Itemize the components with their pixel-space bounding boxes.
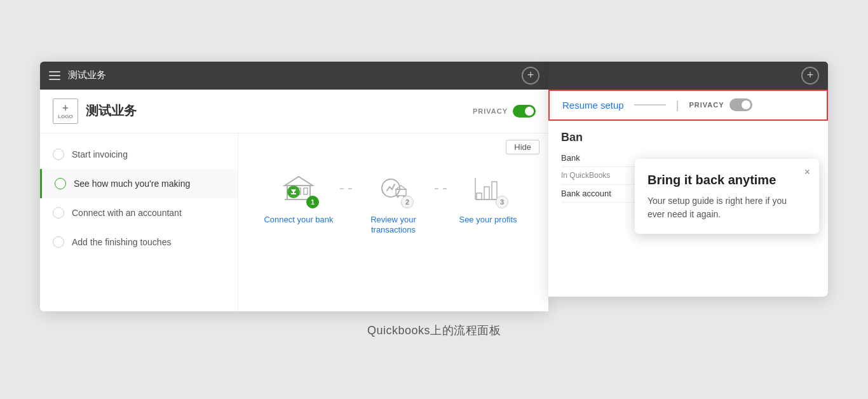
bank-label: Bank [561,153,580,163]
resume-setup-button[interactable]: Resume setup [562,100,624,111]
svg-rect-16 [484,187,489,200]
step-3-label: See your profits [459,215,517,226]
step-2-label: Review your transactions [352,215,435,236]
step-connector-1 [340,188,352,189]
tooltip-title: Bring it back anytime [648,172,806,188]
hide-button[interactable]: Hide [506,140,539,154]
main-content: Hide [238,133,548,311]
bank-account-label: Bank account [561,189,611,198]
privacy-right-label: PRIVACY [689,101,724,109]
privacy-label: PRIVACY [473,107,508,115]
page-caption: Quickbooks上的流程面板 [367,323,501,338]
step-1[interactable]: 1 Connect your bank [257,168,340,226]
topbar-left: 测试业务 [49,69,106,81]
bank-section-title: Ban [561,131,815,144]
svg-marker-12 [396,186,406,189]
sidebar-item-see-making[interactable]: See how much you're making [40,169,238,198]
privacy-right-control: PRIVACY [689,98,752,111]
svg-rect-3 [304,188,308,194]
step-2-badge: 2 [401,196,414,208]
panel-body: Start invoicing See how much you're maki… [40,133,548,311]
sidebar: Start invoicing See how much you're maki… [40,133,238,311]
privacy-control: PRIVACY [473,105,536,118]
panel-header: + LOGO 测试业务 PRIVACY [40,90,548,133]
step-connector-2 [435,188,447,189]
tooltip-close-button[interactable]: × [804,166,810,178]
topbar-title: 测试业务 [68,69,106,81]
tooltip-popup: × Bring it back anytime Your setup guide… [635,159,819,234]
sidebar-circle-icon [55,178,66,189]
right-content: Ban Bank In QuickBooks $0 Bank account ×… [548,121,828,297]
step-2[interactable]: 2 Review your transactions [352,168,435,236]
right-topbar-plus-button[interactable]: + [801,67,819,85]
sidebar-item-accountant[interactable]: Connect with an accountant [40,198,238,227]
topbar-plus-button[interactable]: + [522,67,539,85]
privacy-right-toggle[interactable] [729,98,752,111]
sidebar-circle-icon [53,149,64,160]
sidebar-item-label: See how much you're making [74,179,190,189]
in-qb-label: In QuickBooks [561,171,610,180]
sidebar-circle-icon [53,236,64,248]
logo-text: LOGO [58,114,73,119]
step-3[interactable]: 3 See your profits [447,168,529,226]
left-topbar: 测试业务 + [40,62,548,90]
sidebar-item-start-invoicing[interactable]: Start invoicing [40,140,238,169]
svg-point-13 [397,195,399,198]
step-1-icon-container: 1 [278,168,319,208]
company-name: 测试业务 [86,102,137,119]
privacy-toggle[interactable] [513,105,536,118]
sidebar-item-finishing[interactable]: Add the finishing touches [40,227,238,257]
sidebar-item-label: Start invoicing [72,149,128,159]
right-panel: + Resume setup | PRIVACY Ban Bank In Qui… [548,62,828,297]
screenshots-container: 测试业务 + + LOGO 测试业务 PRIVACY [40,62,828,311]
sidebar-item-label: Add the finishing touches [72,237,171,247]
svg-rect-17 [492,182,497,200]
svg-rect-15 [477,193,482,200]
left-panel: 测试业务 + + LOGO 测试业务 PRIVACY [40,62,548,311]
step-3-badge: 3 [496,196,508,208]
tooltip-body: Your setup guide is right here if you ev… [648,194,806,221]
step-2-icon-container: 2 [373,168,414,208]
right-topbar: + [548,62,828,90]
steps-row: 1 Connect your bank [251,161,536,249]
logo-plus-icon: + [62,103,68,113]
resume-bar-line [634,104,666,105]
sidebar-circle-icon [53,207,64,219]
sidebar-item-label: Connect with an accountant [72,208,182,218]
step-1-label: Connect your bank [264,215,333,226]
svg-marker-4 [285,177,313,186]
hamburger-icon[interactable] [49,71,60,80]
step-1-badge: 1 [306,196,319,208]
logo-box: + LOGO [53,98,78,124]
resume-bar-divider: | [676,98,679,112]
step-3-icon-container: 3 [468,168,508,208]
resume-bar: Resume setup | PRIVACY [548,90,828,121]
